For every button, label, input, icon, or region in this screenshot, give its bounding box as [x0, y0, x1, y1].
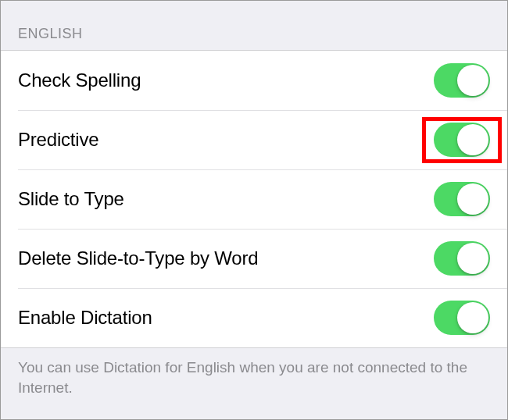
label-predictive: Predictive: [18, 129, 98, 151]
label-check-spelling: Check Spelling: [18, 69, 141, 91]
row-predictive: Predictive: [1, 110, 507, 169]
toggle-knob-icon: [457, 183, 488, 215]
section-footer-text: You can use Dictation for English when y…: [1, 348, 507, 407]
toggle-knob-icon: [457, 243, 488, 274]
row-slide-to-type: Slide to Type: [1, 169, 507, 229]
toggle-slide-to-type[interactable]: [434, 182, 490, 216]
toggle-enable-dictation[interactable]: [434, 301, 490, 335]
toggle-delete-slide-to-type-by-word[interactable]: [434, 241, 490, 276]
label-enable-dictation: Enable Dictation: [18, 307, 152, 329]
toggle-predictive[interactable]: [434, 123, 490, 157]
toggle-knob-icon: [457, 65, 488, 96]
row-delete-slide-to-type-by-word: Delete Slide-to-Type by Word: [1, 229, 507, 288]
row-enable-dictation: Enable Dictation: [1, 288, 507, 347]
settings-list: Check Spelling Predictive Slide to Type …: [1, 50, 507, 348]
label-slide-to-type: Slide to Type: [18, 188, 124, 210]
label-delete-slide-to-type-by-word: Delete Slide-to-Type by Word: [18, 247, 258, 269]
toggle-knob-icon: [457, 302, 488, 333]
row-check-spelling: Check Spelling: [1, 51, 507, 110]
section-header-english: English: [1, 1, 507, 50]
toggle-check-spelling[interactable]: [434, 63, 490, 98]
toggle-knob-icon: [457, 124, 488, 155]
